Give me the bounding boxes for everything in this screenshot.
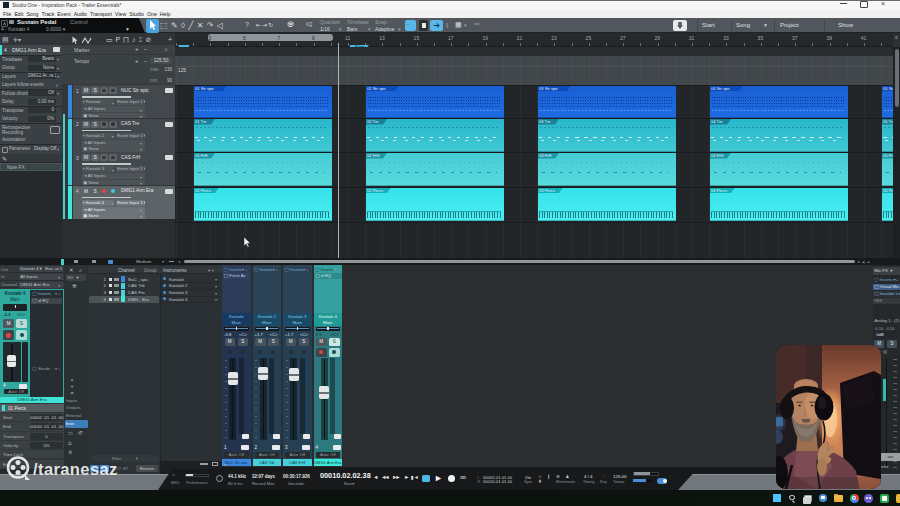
- svg-text:/taranesaz: /taranesaz: [33, 460, 118, 478]
